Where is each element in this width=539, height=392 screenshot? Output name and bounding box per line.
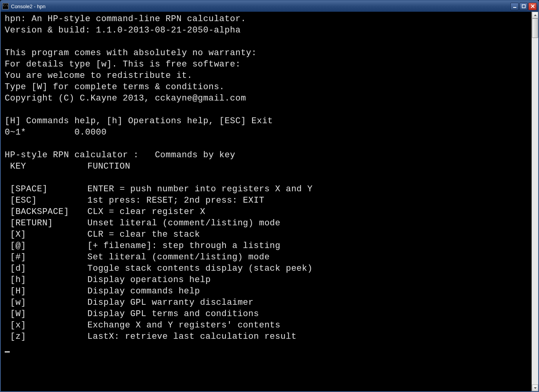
content-area: hpn: An HP-style command-line RPN calcul… — [1, 12, 538, 391]
command-func: 1st press: RESET; 2nd press: EXIT — [87, 196, 264, 205]
command-row: [ESC] 1st press: RESET; 2nd press: EXIT — [5, 196, 264, 205]
command-key: [d] — [5, 263, 87, 274]
command-key: [h] — [5, 274, 87, 286]
command-func: Display GPL terms and conditions — [87, 309, 259, 319]
command-func: Toggle stack contents display (stack pee… — [87, 264, 313, 273]
command-key: [SPACE] — [5, 183, 87, 195]
command-func: Display operations help — [87, 275, 211, 285]
scroll-down-button[interactable] — [532, 385, 538, 391]
table-header: KEYFUNCTION — [5, 162, 130, 171]
vertical-scrollbar[interactable] — [532, 12, 538, 391]
command-row: [d] Toggle stack contents display (stack… — [5, 264, 313, 273]
window-controls — [510, 3, 537, 10]
command-row: [@] [+ filename]: step through a listing — [5, 241, 281, 251]
app-window: Console2 - hpn hpn: An HP-style command-… — [0, 0, 539, 392]
command-key: [z] — [5, 331, 87, 342]
command-key: [X] — [5, 229, 87, 240]
command-row: [X] CLR = clear the stack — [5, 230, 200, 239]
command-key: [ESC] — [5, 195, 87, 206]
text-line: [H] Commands help, [h] Operations help, … — [5, 116, 273, 126]
command-key: [H] — [5, 286, 87, 297]
command-key: [@] — [5, 240, 87, 252]
command-row: [x] Exchange X and Y registers' contents — [5, 320, 281, 330]
terminal-output[interactable]: hpn: An HP-style command-line RPN calcul… — [1, 12, 532, 391]
scroll-up-button[interactable] — [532, 12, 538, 18]
command-func: [+ filename]: step through a listing — [87, 241, 280, 251]
text-line: You are welcome to redistribute it. — [5, 71, 193, 81]
key-col-header: KEY — [5, 161, 87, 172]
command-key: [W] — [5, 308, 87, 320]
svg-rect-1 — [522, 5, 525, 8]
text-line: This program comes with absolutely no wa… — [5, 48, 257, 58]
close-button[interactable] — [528, 3, 537, 10]
command-row: [W] Display GPL terms and conditions — [5, 309, 259, 319]
scroll-thumb[interactable] — [532, 18, 538, 38]
command-row: [w] Display GPL warranty disclaimer — [5, 298, 254, 307]
svg-marker-4 — [534, 14, 537, 16]
text-line: Type [W] for complete terms & conditions… — [5, 82, 225, 92]
command-func: CLR = clear the stack — [87, 230, 200, 239]
command-row: [#] Set literal (comment/listing) mode — [5, 252, 270, 262]
command-func: Display GPL warranty disclaimer — [87, 298, 254, 307]
app-icon — [2, 3, 9, 9]
svg-marker-5 — [534, 387, 537, 389]
func-col-header: FUNCTION — [87, 162, 130, 171]
command-row: [SPACE] ENTER = push number into registe… — [5, 184, 313, 194]
minimize-button[interactable] — [510, 3, 519, 10]
text-line: HP-style RPN calculator : Commands by ke… — [5, 150, 235, 160]
command-row: [RETURN] Unset literal (comment/listing)… — [5, 218, 281, 228]
command-row: [H] Display commands help — [5, 286, 200, 296]
command-key: [#] — [5, 252, 87, 263]
command-func: Exchange X and Y registers' contents — [87, 320, 280, 330]
command-key: [w] — [5, 297, 87, 308]
command-func: CLX = clear register X — [87, 207, 205, 217]
text-line: Version & build: 1.1.0-2013-08-21-2050-a… — [5, 25, 241, 35]
command-key: [BACKSPACE] — [5, 206, 87, 218]
command-func: Unset literal (comment/listing) mode — [87, 218, 280, 228]
command-func: Set literal (comment/listing) mode — [87, 252, 270, 262]
window-title: Console2 - hpn — [11, 4, 510, 9]
command-row: [z] LastX: retrieve last calculation res… — [5, 332, 297, 342]
command-key: [x] — [5, 320, 87, 331]
command-func: LastX: retrieve last calculation result — [87, 332, 296, 342]
titlebar[interactable]: Console2 - hpn — [1, 1, 538, 12]
text-line: Copyright (C) C.Kayne 2013, cckayne@gmai… — [5, 94, 246, 103]
command-func: Display commands help — [87, 286, 200, 296]
command-row: [BACKSPACE] CLX = clear register X — [5, 207, 206, 217]
scroll-track[interactable] — [532, 18, 538, 385]
command-row: [h] Display operations help — [5, 275, 211, 285]
text-line: hpn: An HP-style command-line RPN calcul… — [5, 14, 246, 24]
text-line: 0~1* 0.0000 — [5, 128, 106, 137]
command-key: [RETURN] — [5, 218, 87, 229]
maximize-button[interactable] — [519, 3, 528, 10]
terminal-cursor — [5, 351, 10, 352]
command-func: ENTER = push number into registers X and… — [87, 184, 313, 194]
text-line: For details type [w]. This is free softw… — [5, 59, 241, 69]
